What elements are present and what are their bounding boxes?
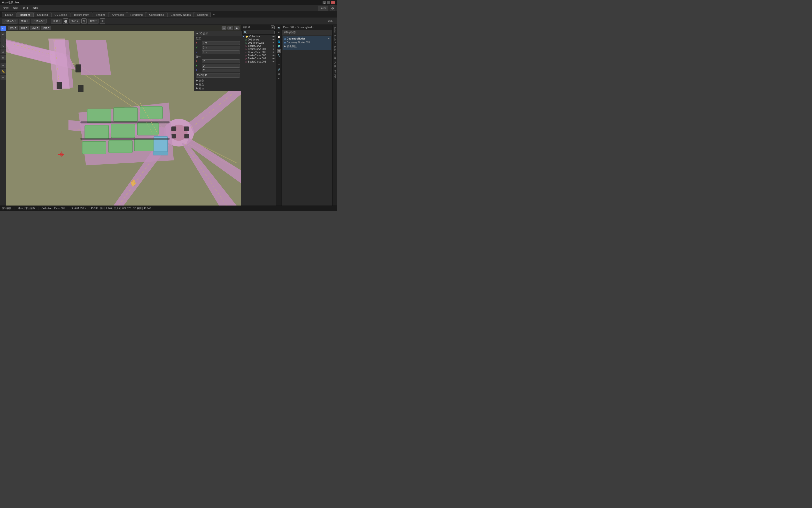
menu-help[interactable]: 帮助 (31, 6, 40, 10)
data-props-icon[interactable]: ⊟ (277, 72, 281, 76)
status-mode: 物体上下文菜单 (18, 207, 35, 210)
add-modifier-header[interactable]: 添加修改器 (282, 30, 332, 35)
tab-rendering[interactable]: Rendering (127, 12, 146, 17)
overlay-icon[interactable]: ⊞ (100, 18, 105, 24)
scatter-tab[interactable]: Scatter (333, 26, 337, 34)
tv-tab[interactable]: TV (333, 69, 337, 74)
xray-icon[interactable]: ◎ (81, 18, 87, 24)
bezier-002-label: BezierCurve.002 (248, 51, 266, 53)
outliner-item-collection[interactable]: ▼ 📁 Collection 👁 (241, 35, 276, 38)
bezier-003-vis[interactable]: 👁 (273, 54, 275, 57)
outliner-item-bezier-005[interactable]: ▷ BezierCurve.005 👁 (244, 60, 276, 63)
constraint-props-icon[interactable]: 🔗 (277, 67, 281, 72)
outliner-item-bezier-004[interactable]: ▷ BezierCurve.004 👁 (244, 57, 276, 60)
tab-compositing[interactable]: Compositing (146, 12, 167, 17)
select-menu-btn[interactable]: 选择 ▾ (19, 26, 29, 30)
proxy-002-vis-icon[interactable]: 👁 (273, 42, 275, 44)
collection-section[interactable]: ▶ 集合 (196, 79, 240, 82)
all-btn[interactable]: 全部 ▾ (51, 19, 62, 24)
gardener-tab[interactable]: Gardener (333, 45, 337, 55)
tab-modeling[interactable]: Modeling (16, 12, 34, 17)
view-menu-btn[interactable]: 视图 ▾ (8, 26, 18, 30)
bezier-vis-icon[interactable]: 👁 (273, 45, 275, 47)
annotate-tool[interactable]: ✏ (0, 63, 6, 68)
measure-tool[interactable]: 📏 (0, 69, 6, 74)
main-layout: ↖ ⊕ ✛ ↻ ⇲ ⊞ ✏ 📏 + 视图 ▾ 选择 ▾ 添加 ▾ 物体 ▾ ● … (0, 25, 337, 206)
bezier-004-vis[interactable]: 👁 (273, 57, 275, 60)
tab-uv-editing[interactable]: UV Editing (51, 12, 70, 17)
window-controls[interactable]: _ □ × (323, 1, 335, 4)
scene-props-icon[interactable]: 🌐 (277, 40, 281, 44)
material-props-icon[interactable]: ● (277, 76, 281, 81)
minimize-button[interactable]: _ (323, 1, 326, 4)
maximize-button[interactable]: □ (327, 1, 330, 4)
tab-shading[interactable]: Shading (93, 12, 108, 17)
tab-add-button[interactable]: + (211, 12, 217, 17)
transparent-btn[interactable]: 透明 ▾ (69, 19, 81, 24)
3d-cursor-header[interactable]: ▼ 3D 游标 (194, 31, 242, 36)
modifier-item[interactable]: ⊞ GeometryNodes ▼ ⊞ Geometry Nodes.005 ▶… (283, 36, 331, 50)
collection-vis-icon[interactable]: 👁 (273, 35, 275, 38)
proxy-vis-icon[interactable]: 👁 (273, 39, 275, 41)
menu-window[interactable]: 窗口 (21, 6, 30, 10)
n3d-tab[interactable]: N3D (333, 55, 337, 60)
modifier-props-icon[interactable]: 🔧 (277, 53, 281, 58)
cursor-tool[interactable]: ⊕ (0, 32, 6, 37)
modifier-toggle-icon[interactable]: ▼ (328, 37, 330, 40)
scene-icon[interactable]: Scene (318, 6, 328, 11)
tab-texture-paint[interactable]: Texture Paint (70, 12, 92, 17)
add-menu-btn[interactable]: 添加 ▾ (30, 26, 40, 30)
tab-scripting[interactable]: Scripting (194, 12, 211, 17)
menu-edit[interactable]: 编辑 (11, 6, 20, 10)
outliner-filter-icon[interactable]: ⊞ (271, 26, 275, 29)
outliner-search-input[interactable] (243, 31, 275, 34)
view-layer-icon[interactable]: 📋 (277, 35, 281, 39)
object-mode-btn[interactable]: 物体 ▾ (19, 19, 30, 24)
outliner-item-bezier-002[interactable]: ▷ BezierCurve.002 👁 (244, 51, 276, 54)
pot-tab[interactable]: POT (333, 74, 337, 79)
menu-file[interactable]: 文件 (1, 6, 11, 10)
output-props-row[interactable]: ▶ 输出属性 (284, 44, 330, 49)
tab-sculpting[interactable]: Sculpting (34, 12, 51, 17)
annotation-section[interactable]: ▶ 标注 (196, 87, 240, 90)
move-tool[interactable]: ✛ (0, 37, 6, 43)
global-mode-btn[interactable]: 万物有界 ▾ (2, 19, 18, 24)
transform-tool[interactable]: ⊞ (0, 55, 6, 60)
viewport-shading-solid[interactable]: ● (222, 26, 227, 30)
select-tool[interactable]: ↖ (0, 26, 6, 31)
output-props-icon[interactable]: 🖥 (277, 30, 281, 35)
tab-animation[interactable]: Animation (109, 12, 127, 17)
physics-props-icon[interactable]: ⚛ (277, 62, 281, 67)
viewport-shade-icon[interactable]: ⬤ (63, 18, 68, 24)
add-tool[interactable]: + (0, 75, 6, 80)
normal-btn[interactable]: 普通 ▾ (88, 19, 99, 24)
purisky-tab[interactable]: PuriSky (333, 60, 337, 69)
outliner-item-bezier[interactable]: ▷ BezierCurve 👁 (244, 44, 276, 47)
outliner-item-bezier-001[interactable]: ▷ BezierCurve.001 👁 (244, 47, 276, 51)
outliner-item-001-proxy[interactable]: ▷ 001_proxy 👁 (244, 38, 276, 41)
tab-layout[interactable]: Layout (2, 12, 16, 17)
scale-tool[interactable]: ⇲ (0, 49, 6, 54)
world-props-icon[interactable]: 🌍 (277, 44, 281, 48)
viewport-shading-render[interactable]: ◉ (234, 26, 240, 30)
bezier-001-vis[interactable]: 👁 (273, 48, 275, 50)
scatter-section[interactable]: ▶ 散点 (196, 83, 240, 86)
settings-icon[interactable]: ⚙ (330, 6, 335, 11)
outliner-item-bezier-003[interactable]: ▷ BezierCurve.003 👁 (244, 54, 276, 57)
bezier-002-vis[interactable]: 👁 (273, 51, 275, 53)
mesh-icon: ▷ (246, 39, 247, 41)
blender-ai-tab[interactable]: Blender Ai (333, 34, 337, 44)
close-button[interactable]: × (331, 1, 335, 4)
transform-btn[interactable]: 万物有界 ▾ (31, 19, 47, 24)
object-menu-btn[interactable]: 物体 ▾ (41, 26, 51, 30)
properties-breadcrumb: Plane.001 › GeometryNodes (282, 25, 332, 30)
viewport-shading-material[interactable]: ◎ (227, 26, 233, 30)
bezier-005-vis[interactable]: 👁 (273, 60, 275, 63)
rotate-tool[interactable]: ↻ (0, 43, 6, 48)
particle-props-icon[interactable]: ✦ (277, 58, 281, 62)
geo-nodes-icon: ⊞ (284, 41, 286, 44)
render-props-icon[interactable]: 📷 (277, 26, 281, 30)
outliner-item-001-proxy-002[interactable]: ▷ 001_proxy.002 👁 (244, 41, 276, 44)
tab-geometry-nodes[interactable]: Geometry Nodes (168, 12, 194, 17)
object-props-icon[interactable]: ◻ (277, 49, 281, 53)
